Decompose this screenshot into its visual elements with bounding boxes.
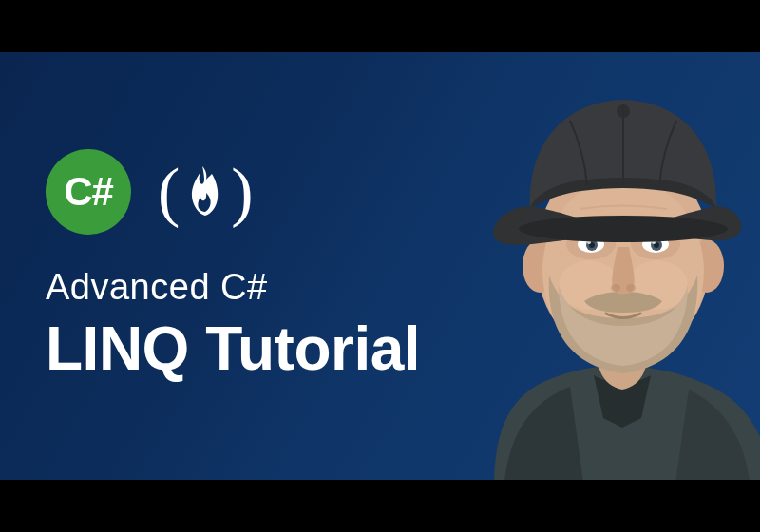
thumbnail-title: LINQ Tutorial [46,314,454,384]
svg-point-19 [519,216,728,242]
thumbnail-subtitle: Advanced C# [46,267,454,308]
letterbox-top [0,0,760,52]
logo-row: C# ( ) [46,149,454,235]
svg-point-6 [611,284,620,292]
video-thumbnail[interactable]: C# ( ) Advanced C# LINQ Tutorial [0,52,760,480]
csharp-badge-label: C# [64,169,113,215]
paren-right-icon: ) [231,159,253,225]
flame-icon [183,164,227,219]
csharp-badge-icon: C# [46,149,131,235]
presenter-photo [456,52,760,480]
freecodecamp-logo-icon: ( ) [158,159,254,225]
svg-point-7 [626,284,636,292]
paren-left-icon: ( [158,159,180,225]
letterbox-bottom [0,480,760,532]
thumbnail-text-block: C# ( ) Advanced C# LINQ Tutorial [46,52,454,480]
